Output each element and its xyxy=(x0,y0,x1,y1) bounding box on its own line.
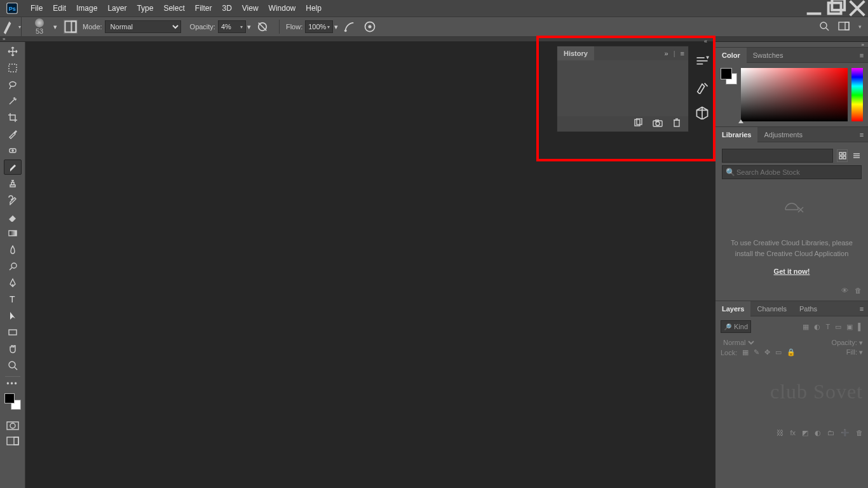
current-tool-icon[interactable]: ▾ xyxy=(0,17,22,37)
tab-libraries[interactable]: Libraries xyxy=(715,127,757,142)
menu-view[interactable]: View xyxy=(237,0,264,17)
library-picker-dropdown[interactable] xyxy=(722,149,833,163)
layer-opacity-input[interactable]: ▾ xyxy=(859,339,863,346)
airbrush-icon[interactable] xyxy=(343,20,356,33)
menu-3d[interactable]: 3D xyxy=(217,0,236,17)
lasso-tool[interactable] xyxy=(4,77,22,92)
quick-mask-icon[interactable] xyxy=(6,421,19,430)
libraries-panel-menu-icon[interactable]: ≡ xyxy=(855,131,868,139)
flow-input[interactable]: 100%▾ xyxy=(305,20,333,33)
adjustment-layer-icon[interactable]: ◐ xyxy=(815,429,821,437)
tab-adjustments[interactable]: Adjustments xyxy=(757,127,809,142)
link-layers-icon[interactable]: ⛓ xyxy=(776,429,783,437)
window-close-icon[interactable] xyxy=(846,0,868,17)
lock-transp-icon[interactable]: ▦ xyxy=(742,348,749,356)
menu-edit[interactable]: Edit xyxy=(48,0,71,17)
flow-flyout-icon[interactable]: ▾ xyxy=(333,23,339,31)
tab-history[interactable]: History xyxy=(557,46,594,60)
group-icon[interactable]: 🗀 xyxy=(827,429,834,437)
gradient-tool[interactable] xyxy=(4,226,22,241)
brush-preset-picker[interactable]: 53 xyxy=(27,18,52,35)
filter-shape-icon[interactable]: ▭ xyxy=(835,323,841,331)
menu-image[interactable]: Image xyxy=(71,0,102,17)
pressure-opacity-icon[interactable] xyxy=(256,20,269,33)
layer-filter-kind[interactable]: 🔎Kind xyxy=(721,320,751,333)
grid-view-icon[interactable] xyxy=(837,149,847,162)
color-field-picker[interactable] xyxy=(741,68,848,121)
menu-select[interactable]: Select xyxy=(158,0,189,17)
tab-layers[interactable]: Layers xyxy=(715,301,750,316)
filter-toggle-icon[interactable]: ▌ xyxy=(858,323,863,331)
hue-slider[interactable] xyxy=(851,68,863,121)
color-swatches[interactable] xyxy=(4,393,21,410)
brush-dropdown-icon[interactable]: ▾ xyxy=(52,23,58,31)
history-panel-menu-icon[interactable]: ≡ xyxy=(681,50,684,57)
lock-all-icon[interactable]: 🔒 xyxy=(787,348,796,356)
eyedropper-tool[interactable] xyxy=(4,126,22,142)
delete-state-icon[interactable] xyxy=(673,118,681,130)
blur-tool[interactable] xyxy=(4,242,22,257)
delete-layer-icon[interactable]: 🗑 xyxy=(856,429,863,437)
tab-paths[interactable]: Paths xyxy=(793,301,824,316)
brush-tool[interactable] xyxy=(4,159,22,175)
pressure-size-icon[interactable] xyxy=(363,20,376,33)
opacity-input[interactable]: 4%▾ xyxy=(218,20,246,33)
filter-pixel-icon[interactable]: ▦ xyxy=(803,323,809,331)
lock-artboard-icon[interactable]: ▭ xyxy=(775,348,782,356)
menu-help[interactable]: Help xyxy=(301,0,327,17)
list-view-icon[interactable] xyxy=(851,149,862,162)
new-layer-icon[interactable]: ➕ xyxy=(841,429,850,437)
menu-type[interactable]: Type xyxy=(132,0,158,17)
filter-adjust-icon[interactable]: ◐ xyxy=(814,323,820,331)
dodge-tool[interactable] xyxy=(4,259,22,274)
fx-icon[interactable]: fx xyxy=(790,429,796,437)
eraser-tool[interactable] xyxy=(4,209,22,224)
snapshot-icon[interactable] xyxy=(653,118,663,130)
blend-mode-select[interactable]: Normal xyxy=(105,20,181,33)
paragraph-panel-icon[interactable] xyxy=(695,55,709,69)
tab-color[interactable]: Color xyxy=(715,48,747,63)
filter-smart-icon[interactable]: ▣ xyxy=(846,323,853,331)
collapse-history-icon[interactable]: » xyxy=(665,50,668,57)
history-list[interactable] xyxy=(557,60,688,116)
window-minimize-icon[interactable] xyxy=(803,0,825,17)
new-document-from-state-icon[interactable] xyxy=(634,118,642,130)
filter-type-icon[interactable]: T xyxy=(825,323,830,331)
crop-tool[interactable] xyxy=(4,110,22,125)
foreground-color-icon[interactable] xyxy=(4,393,15,403)
menu-layer[interactable]: Layer xyxy=(102,0,132,17)
spot-heal-tool[interactable] xyxy=(4,143,22,158)
magic-wand-tool[interactable] xyxy=(4,93,22,109)
brush-settings-panel-icon[interactable] xyxy=(695,80,709,94)
collapse-dock-icon[interactable]: » xyxy=(862,42,864,47)
move-tool[interactable] xyxy=(4,44,22,59)
search-icon[interactable] xyxy=(819,21,829,32)
clone-stamp-tool[interactable] xyxy=(4,176,22,191)
expand-minidock-icon[interactable]: « xyxy=(704,38,707,44)
edit-toolbar-icon[interactable]: ••• xyxy=(6,379,18,388)
history-brush-tool[interactable] xyxy=(4,193,22,208)
zoom-tool[interactable] xyxy=(4,358,22,373)
pen-tool[interactable] xyxy=(4,275,22,290)
3d-panel-icon[interactable] xyxy=(695,105,709,119)
lock-paint-icon[interactable]: ✎ xyxy=(754,348,759,356)
rectangle-tool[interactable] xyxy=(4,325,22,340)
menu-file[interactable]: File xyxy=(25,0,48,17)
layer-fill-input[interactable]: ▾ xyxy=(859,348,863,356)
screen-mode-dropdown-icon[interactable]: ▾ xyxy=(858,24,862,30)
mask-icon[interactable]: ◩ xyxy=(802,429,808,437)
path-select-tool[interactable] xyxy=(4,308,22,323)
marquee-tool[interactable] xyxy=(4,60,22,76)
screen-mode-tool-icon[interactable] xyxy=(6,437,19,445)
brush-panel-toggle-icon[interactable] xyxy=(64,20,78,34)
hand-tool[interactable] xyxy=(4,341,22,356)
color-fgbg[interactable] xyxy=(721,68,737,121)
trash-icon[interactable]: 🗑 xyxy=(855,287,862,294)
search-stock-input[interactable] xyxy=(722,165,862,179)
tab-swatches[interactable]: Swatches xyxy=(747,48,790,63)
layers-panel-menu-icon[interactable]: ≡ xyxy=(855,305,868,313)
document-tab-strip[interactable]: » xyxy=(0,37,868,42)
layer-blend-select[interactable]: Normal xyxy=(721,337,756,348)
window-restore-icon[interactable] xyxy=(825,0,846,17)
menu-filter[interactable]: Filter xyxy=(190,0,217,17)
